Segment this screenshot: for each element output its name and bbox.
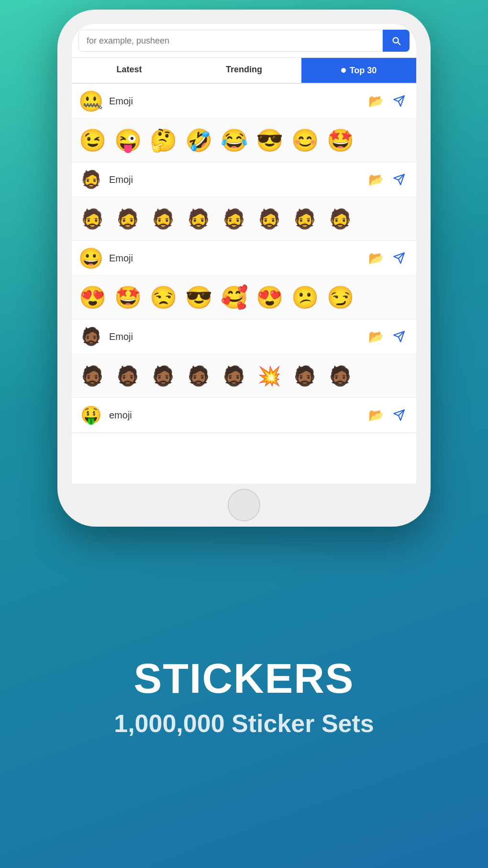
sticker-item[interactable]: 🧔🏾: [145, 358, 181, 394]
send-icon: [393, 173, 405, 186]
sticker-item[interactable]: 😎: [181, 280, 216, 315]
pack-stickers: 😍 🤩 😒 😎 🥰 😍 😕 😏: [72, 276, 416, 319]
tab-trending[interactable]: Trending: [187, 58, 301, 83]
search-bar: [72, 24, 416, 58]
sticker-item[interactable]: 🧔🏾: [75, 358, 110, 394]
pack-folder-button[interactable]: 📂: [366, 326, 387, 347]
sticker-item[interactable]: 🤩: [110, 280, 145, 315]
sticker-item[interactable]: 🧔🏾: [181, 358, 216, 394]
search-input[interactable]: [78, 30, 383, 52]
sticker-item[interactable]: 😕: [287, 280, 322, 315]
pack-send-button[interactable]: [388, 248, 410, 269]
pack-header: 🧔 Emoji 📂: [72, 162, 416, 197]
pack-preview-emoji: 🧔: [78, 167, 103, 192]
sticker-item[interactable]: 🥰: [216, 280, 252, 315]
sticker-item[interactable]: 🧔: [145, 201, 181, 237]
pack-send-button[interactable]: [388, 405, 410, 426]
sticker-item[interactable]: 🤩: [322, 123, 358, 158]
sticker-pack: 🧔 Emoji 📂 🧔 🧔 🧔 🧔 🧔: [72, 162, 416, 241]
pack-preview-emoji: 🤑: [78, 403, 103, 428]
sticker-item[interactable]: 🤣: [181, 123, 216, 158]
send-icon: [393, 252, 405, 264]
sticker-item[interactable]: 🧔🏾: [216, 358, 252, 394]
pack-preview-emoji: 🧔🏾: [78, 324, 103, 349]
tab-latest[interactable]: Latest: [72, 58, 187, 83]
pack-stickers: 😉 😜 🤔 🤣 😂 😎 😊 🤩: [72, 119, 416, 162]
phone-screen: Latest Trending Top 30 🤐 Emoji 📂: [72, 24, 416, 484]
sticker-item[interactable]: 🧔: [110, 201, 145, 237]
sticker-item[interactable]: 🧔🏾: [287, 358, 322, 394]
pack-name: emoji: [109, 410, 366, 421]
pack-stickers: 🧔 🧔 🧔 🧔 🧔 🧔 🧔 🧔: [72, 197, 416, 240]
send-icon: [393, 95, 405, 107]
sticker-item[interactable]: 😂: [216, 123, 252, 158]
pack-header: 🤐 Emoji 📂: [72, 84, 416, 119]
sticker-item[interactable]: 🧔: [322, 201, 358, 237]
send-icon: [393, 409, 405, 421]
bottom-section: STICKERS 1,000,000 Sticker Sets: [0, 527, 488, 868]
sticker-item[interactable]: 🧔: [75, 201, 110, 237]
sticker-pack: 🤑 emoji 📂: [72, 398, 416, 433]
sticker-item[interactable]: 😉: [75, 123, 110, 158]
tab-dot-icon: [341, 68, 346, 73]
tab-top30[interactable]: Top 30: [301, 58, 416, 83]
sticker-pack: 🧔🏾 Emoji 📂 🧔🏾 🧔🏾 🧔🏾 🧔🏾: [72, 319, 416, 398]
pack-folder-button[interactable]: 📂: [366, 248, 387, 269]
search-icon: [391, 35, 401, 46]
home-button[interactable]: [228, 489, 260, 521]
sticker-item[interactable]: 😍: [252, 280, 287, 315]
pack-preview-emoji: 🤐: [78, 89, 103, 113]
pack-header: 😀 Emoji 📂: [72, 241, 416, 276]
sticker-list[interactable]: 🤐 Emoji 📂 😉 😜 🤔 🤣 😂: [72, 84, 416, 484]
tab-bar: Latest Trending Top 30: [72, 58, 416, 84]
sticker-item[interactable]: 😏: [322, 280, 358, 315]
stickers-subtitle: 1,000,000 Sticker Sets: [114, 709, 374, 738]
pack-header: 🧔🏾 Emoji 📂: [72, 319, 416, 354]
sticker-item[interactable]: 😊: [287, 123, 322, 158]
pack-send-button[interactable]: [388, 169, 410, 190]
pack-name: Emoji: [109, 174, 366, 185]
sticker-item[interactable]: 🧔: [287, 201, 322, 237]
sticker-pack: 😀 Emoji 📂 😍 🤩 😒 😎 🥰: [72, 241, 416, 319]
pack-preview-emoji: 😀: [78, 246, 103, 271]
pack-header: 🤑 emoji 📂: [72, 398, 416, 433]
sticker-item[interactable]: 😍: [75, 280, 110, 315]
pack-stickers: 🧔🏾 🧔🏾 🧔🏾 🧔🏾 🧔🏾 💥 🧔🏾 🧔🏾: [72, 354, 416, 397]
sticker-item[interactable]: 😒: [145, 280, 181, 315]
pack-send-button[interactable]: [388, 90, 410, 112]
sticker-item[interactable]: 🧔: [252, 201, 287, 237]
phone-device: Latest Trending Top 30 🤐 Emoji 📂: [57, 10, 431, 527]
stickers-title: STICKERS: [134, 657, 355, 699]
pack-folder-button[interactable]: 📂: [366, 405, 387, 426]
sticker-item[interactable]: 🤔: [145, 123, 181, 158]
search-button[interactable]: [383, 30, 410, 52]
sticker-item[interactable]: 💥: [252, 358, 287, 394]
sticker-item[interactable]: 🧔: [181, 201, 216, 237]
sticker-item[interactable]: 😎: [252, 123, 287, 158]
pack-folder-button[interactable]: 📂: [366, 169, 387, 190]
pack-name: Emoji: [109, 331, 366, 342]
sticker-item[interactable]: 🧔: [216, 201, 252, 237]
pack-send-button[interactable]: [388, 326, 410, 347]
sticker-item[interactable]: 🧔🏾: [322, 358, 358, 394]
send-icon: [393, 330, 405, 343]
pack-name: Emoji: [109, 253, 366, 264]
phone-home-bar: [228, 484, 260, 527]
pack-folder-button[interactable]: 📂: [366, 90, 387, 112]
sticker-pack: 🤐 Emoji 📂 😉 😜 🤔 🤣 😂: [72, 84, 416, 162]
pack-name: Emoji: [109, 96, 366, 107]
sticker-item[interactable]: 🧔🏾: [110, 358, 145, 394]
sticker-item[interactable]: 😜: [110, 123, 145, 158]
